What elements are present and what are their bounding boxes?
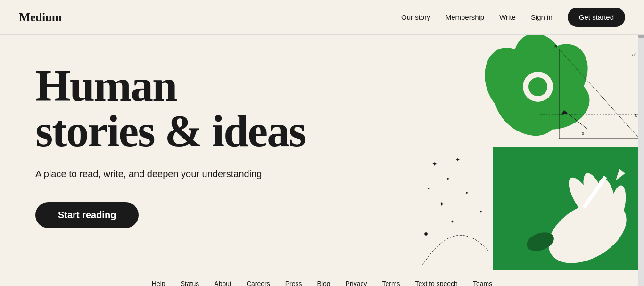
footer: Help Status About Careers Press Blog Pri…	[0, 270, 644, 286]
svg-text:✦: ✦	[439, 200, 445, 208]
scrollbar[interactable]	[638, 0, 644, 286]
hero-section: Human stories & ideas A place to read, w…	[0, 35, 644, 270]
svg-text:✦: ✦	[432, 160, 438, 168]
footer-help-link[interactable]: Help	[152, 280, 165, 286]
svg-text:✦: ✦	[479, 209, 483, 214]
svg-text:✦: ✦	[455, 156, 460, 163]
nav-write[interactable]: Write	[499, 13, 516, 21]
hero-title: Human stories & ideas	[35, 63, 358, 154]
svg-text:✦: ✦	[427, 187, 430, 191]
footer-teams-link[interactable]: Teams	[473, 280, 492, 286]
footer-tts-link[interactable]: Text to speech	[415, 280, 458, 286]
svg-text:✦: ✦	[446, 176, 450, 181]
get-started-button[interactable]: Get started	[568, 8, 625, 27]
footer-privacy-link[interactable]: Privacy	[346, 280, 367, 286]
svg-text:a': a'	[632, 52, 636, 57]
hero-content: Human stories & ideas A place to read, w…	[0, 35, 377, 270]
hand-writing-svg	[493, 147, 644, 270]
header: Medium Our story Membership Write Sign i…	[0, 0, 644, 35]
footer-status-link[interactable]: Status	[181, 280, 199, 286]
svg-text:✦: ✦	[451, 220, 454, 224]
nav: Our story Membership Write Sign in Get s…	[401, 8, 625, 27]
svg-text:B: B	[554, 44, 557, 49]
footer-about-link[interactable]: About	[214, 280, 231, 286]
footer-careers-link[interactable]: Careers	[247, 280, 270, 286]
nav-membership[interactable]: Membership	[446, 13, 485, 21]
footer-press-link[interactable]: Press	[285, 280, 302, 286]
stars-svg: ✦ ✦ ✦ ✦ ✦ ✦ ✦ ✦ ✦	[418, 129, 512, 270]
start-reading-button[interactable]: Start reading	[35, 202, 139, 228]
svg-text:✦: ✦	[465, 190, 469, 196]
footer-blog-link[interactable]: Blog	[317, 280, 330, 286]
svg-text:✦: ✦	[422, 229, 429, 239]
stars-illustration: ✦ ✦ ✦ ✦ ✦ ✦ ✦ ✦ ✦	[418, 129, 512, 270]
hero-illustrations: a' y N'' a'' B 3	[437, 35, 644, 270]
logo[interactable]: Medium	[19, 10, 62, 25]
footer-terms-link[interactable]: Terms	[382, 280, 400, 286]
svg-line-7	[559, 49, 639, 139]
nav-signin[interactable]: Sign in	[531, 13, 553, 21]
green-card-illustration	[493, 147, 644, 270]
svg-line-17	[564, 110, 587, 129]
nav-our-story[interactable]: Our story	[401, 13, 430, 21]
hero-subtitle: A place to read, write, and deepen your …	[35, 169, 358, 180]
svg-text:3: 3	[582, 131, 584, 136]
